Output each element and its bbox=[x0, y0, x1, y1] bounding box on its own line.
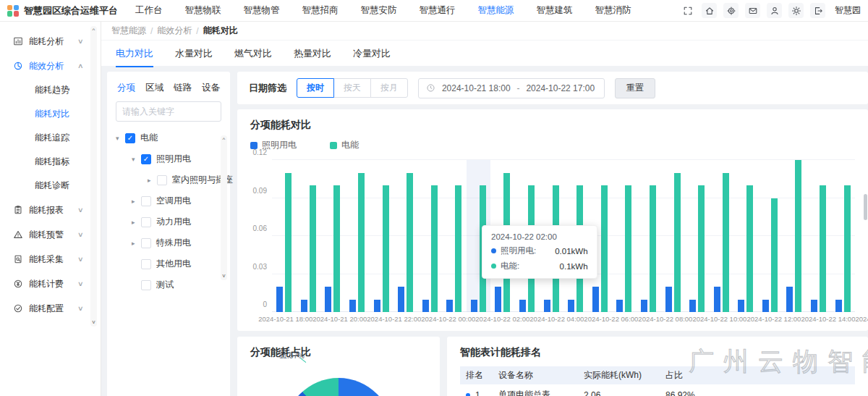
tab-cold[interactable]: 冷量对比 bbox=[353, 47, 391, 60]
user-icon[interactable] bbox=[767, 3, 782, 18]
checkbox[interactable] bbox=[141, 196, 151, 206]
bar-group-2024-10-22 17:00[interactable] bbox=[830, 160, 855, 312]
sidebar-subitem-consumption-indicator[interactable]: 能耗指标 bbox=[0, 150, 101, 174]
bar-group-2024-10-22 16:00[interactable] bbox=[807, 160, 831, 312]
caret-right-icon[interactable]: ▸ bbox=[132, 240, 141, 247]
tree-tab-link[interactable]: 链路 bbox=[174, 82, 192, 94]
tree-node[interactable]: ▾✓照明用电 bbox=[116, 148, 221, 169]
breadcrumb-item[interactable]: 能效分析 bbox=[157, 25, 192, 37]
topnav-item-smart-property[interactable]: 智慧物管 bbox=[244, 4, 280, 17]
page-scrollbar-thumb[interactable] bbox=[864, 194, 867, 220]
date-mode-按月[interactable]: 按月 bbox=[370, 78, 408, 98]
breadcrumb-item[interactable]: 智慧能源 bbox=[111, 25, 146, 37]
date-range-picker[interactable]: 2024-10-21 18:00 - 2024-10-22 17:00 bbox=[418, 78, 605, 98]
exit-icon[interactable] bbox=[810, 3, 825, 18]
topnav-item-smart-fire[interactable]: 智慧消防 bbox=[595, 4, 631, 17]
topnav-item-smart-investment[interactable]: 智慧招商 bbox=[302, 4, 339, 17]
reset-button[interactable]: 重置 bbox=[615, 78, 655, 98]
date-mode-按天[interactable]: 按天 bbox=[333, 78, 371, 98]
settings-icon[interactable] bbox=[723, 3, 739, 18]
tab-water[interactable]: 水量对比 bbox=[175, 47, 213, 60]
bar-group-2024-10-21 22:00[interactable] bbox=[369, 160, 393, 312]
tree-tab-category[interactable]: 分项 bbox=[117, 82, 135, 94]
bar-group-2024-10-22 09:00[interactable] bbox=[637, 160, 661, 312]
sidebar-item-consumption-billing[interactable]: 能耗计费∨ bbox=[0, 271, 101, 296]
topnav-item-smart-building[interactable]: 智慧建筑 bbox=[537, 4, 573, 17]
user-label[interactable]: 智慧园 bbox=[835, 4, 861, 17]
checkbox[interactable]: ✓ bbox=[141, 154, 151, 164]
tab-heat[interactable]: 热量对比 bbox=[294, 47, 331, 60]
home-icon[interactable] bbox=[702, 3, 717, 18]
checkbox[interactable] bbox=[141, 280, 151, 290]
tab-electric[interactable]: 电力对比 bbox=[116, 47, 153, 60]
bar-group-2024-10-22 13:00[interactable] bbox=[733, 160, 758, 312]
tree-node[interactable]: ▸动力用电 bbox=[116, 211, 221, 232]
tree-node[interactable]: ▸空调用电 bbox=[116, 190, 221, 211]
tree-node[interactable]: ▸特殊用电 bbox=[116, 232, 221, 253]
fullscreen-icon[interactable] bbox=[680, 3, 695, 18]
bar-group-2024-10-21 23:00[interactable] bbox=[393, 160, 418, 312]
checkbox[interactable] bbox=[141, 259, 151, 269]
table-row[interactable]: 1 单项电能总表 2.06 86.92% bbox=[460, 384, 855, 396]
bar-group-2024-10-22 00:00[interactable] bbox=[417, 160, 442, 312]
topnav-item-workbench[interactable]: 工作台 bbox=[135, 4, 163, 17]
caret-right-icon[interactable]: ▸ bbox=[132, 198, 141, 205]
sidebar-item-consumption-report[interactable]: 能耗报表∨ bbox=[0, 198, 101, 222]
legend-item[interactable]: 电能 bbox=[330, 139, 359, 151]
tree-node[interactable]: 其他用电 bbox=[116, 253, 221, 274]
bar-group-2024-10-21 19:00[interactable] bbox=[297, 160, 321, 312]
checkbox[interactable] bbox=[157, 175, 167, 185]
start-datetime-value[interactable]: 2024-10-21 18:00 bbox=[440, 83, 513, 93]
bar-group-2024-10-21 18:00[interactable] bbox=[272, 160, 297, 312]
end-datetime-value[interactable]: 2024-10-22 17:00 bbox=[524, 83, 597, 93]
tab-gas[interactable]: 燃气对比 bbox=[234, 47, 272, 60]
scroll-up-icon[interactable]: ^ bbox=[93, 28, 95, 33]
bar-group-2024-10-22 15:00[interactable] bbox=[782, 160, 807, 312]
sidebar-subitem-consumption-trend[interactable]: 能耗趋势 bbox=[0, 78, 101, 102]
bar-group-2024-10-22 12:00[interactable] bbox=[709, 160, 733, 312]
mail-icon[interactable] bbox=[745, 3, 760, 18]
topnav-item-smart-access[interactable]: 智慧通行 bbox=[420, 4, 456, 17]
bar-group-2024-10-22 08:00[interactable] bbox=[612, 160, 637, 312]
tooltip-series-value: 0.1kWh bbox=[545, 262, 588, 271]
topnav-item-smart-iot[interactable]: 智慧物联 bbox=[185, 4, 221, 17]
sidebar-subitem-consumption-comparison[interactable]: 能耗对比 bbox=[0, 102, 101, 126]
sidebar-item-efficiency-analysis[interactable]: 能效分析∧ bbox=[0, 54, 101, 78]
date-mode-按时[interactable]: 按时 bbox=[297, 78, 334, 98]
bar-group-2024-10-22 14:00[interactable] bbox=[758, 160, 783, 312]
bar-group-2024-10-21 21:00[interactable] bbox=[345, 160, 370, 312]
theme-icon[interactable] bbox=[788, 3, 804, 18]
caret-right-icon[interactable]: ▸ bbox=[148, 177, 157, 184]
tree-tab-device[interactable]: 设备 bbox=[202, 82, 220, 94]
checkbox[interactable] bbox=[141, 217, 151, 227]
bar-group-2024-10-22 01:00[interactable] bbox=[442, 160, 467, 312]
sidebar-subitem-consumption-tracking[interactable]: 能耗追踪 bbox=[0, 126, 101, 150]
checkbox[interactable]: ✓ bbox=[125, 133, 135, 143]
tree-node[interactable]: ▸室内照明与插座 bbox=[116, 169, 221, 190]
tree-node[interactable]: 测试 bbox=[116, 274, 221, 295]
table-header-cell: 排名 bbox=[466, 369, 498, 382]
tree-tab-region[interactable]: 区域 bbox=[145, 82, 163, 94]
sidebar-subitem-consumption-diagnosis[interactable]: 能耗诊断 bbox=[0, 174, 101, 198]
scroll-down-icon[interactable]: v bbox=[223, 273, 226, 279]
sidebar-item-consumption-config[interactable]: 能耗配置∨ bbox=[0, 296, 101, 321]
bar-group-2024-10-22 10:00[interactable] bbox=[660, 160, 685, 312]
sidebar-item-consumption-analysis[interactable]: 能耗分析∨ bbox=[0, 29, 101, 54]
pie-chart[interactable] bbox=[284, 378, 393, 396]
scroll-down-icon[interactable]: v bbox=[93, 319, 95, 325]
checkbox[interactable] bbox=[141, 238, 151, 248]
topnav-item-smart-energy[interactable]: 智慧能源 bbox=[478, 4, 514, 17]
sidebar-item-consumption-alert[interactable]: 能耗预警∨ bbox=[0, 222, 101, 247]
scroll-up-icon[interactable]: ^ bbox=[223, 137, 226, 143]
sidebar-scrollbar[interactable]: ^ v bbox=[90, 26, 97, 327]
bar-group-2024-10-21 20:00[interactable] bbox=[320, 160, 345, 312]
sidebar-item-consumption-collection[interactable]: 能耗采集∨ bbox=[0, 247, 101, 271]
tree-search-input[interactable] bbox=[116, 101, 221, 122]
caret-right-icon[interactable]: ▸ bbox=[132, 219, 141, 226]
caret-down-icon[interactable]: ▾ bbox=[132, 156, 141, 163]
tree-node[interactable]: ▾✓电能 bbox=[116, 127, 221, 148]
tree-scrollbar[interactable]: ^ v bbox=[221, 135, 227, 280]
caret-down-icon[interactable]: ▾ bbox=[116, 135, 125, 142]
bar-group-2024-10-22 11:00[interactable] bbox=[685, 160, 710, 312]
topnav-item-smart-security[interactable]: 智慧安防 bbox=[361, 4, 397, 17]
